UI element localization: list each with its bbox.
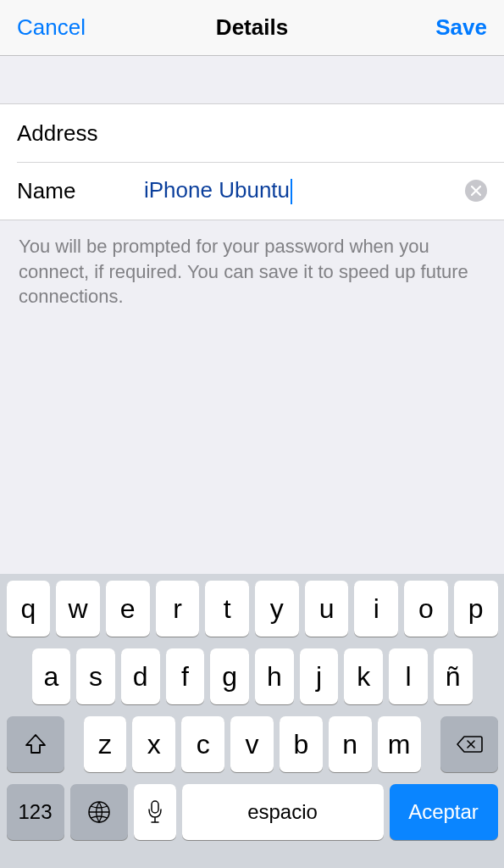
key-g[interactable]: g (210, 648, 249, 704)
section-spacer (0, 56, 504, 103)
shift-icon (24, 732, 47, 756)
key-i[interactable]: i (354, 581, 398, 637)
key-v[interactable]: v (230, 716, 274, 772)
accept-key[interactable]: Aceptar (390, 784, 498, 840)
key-s[interactable]: s (76, 648, 115, 704)
globe-icon (86, 799, 112, 825)
backspace-key[interactable] (440, 716, 498, 772)
key-e[interactable]: e (106, 581, 150, 637)
key-y[interactable]: y (255, 581, 299, 637)
key-p[interactable]: p (454, 581, 498, 637)
backspace-icon (456, 734, 483, 754)
key-j[interactable]: j (300, 648, 339, 704)
key-n[interactable]: n (329, 716, 372, 772)
key-enye[interactable]: ñ (434, 648, 473, 704)
save-button[interactable]: Save (435, 14, 487, 41)
key-x[interactable]: x (132, 716, 175, 772)
dictation-key[interactable] (134, 784, 176, 840)
key-h[interactable]: h (255, 648, 294, 704)
key-z[interactable]: z (84, 716, 127, 772)
key-k[interactable]: k (344, 648, 383, 704)
form-block: Address Name iPhone Ubuntu (0, 103, 504, 220)
key-o[interactable]: o (404, 581, 448, 637)
keyboard: q w e r t y u i o p a s d f g h j k l ñ … (0, 574, 504, 868)
key-t[interactable]: t (205, 581, 249, 637)
space-key[interactable]: espacio (182, 784, 384, 840)
keyboard-row-1: q w e r t y u i o p (3, 581, 501, 637)
key-w[interactable]: w (56, 581, 100, 637)
helper-text: You will be prompted for your password w… (0, 220, 504, 323)
key-r[interactable]: r (156, 581, 200, 637)
key-u[interactable]: u (305, 581, 349, 637)
key-f[interactable]: f (166, 648, 205, 704)
name-row[interactable]: Name iPhone Ubuntu (0, 162, 504, 220)
address-row[interactable]: Address (0, 104, 504, 162)
close-icon (471, 186, 481, 196)
name-label: Name (17, 178, 144, 204)
svg-rect-1 (152, 801, 158, 813)
key-a[interactable]: a (32, 648, 71, 704)
keyboard-row-bottom: 123 espacio Aceptar (3, 784, 501, 840)
name-field[interactable]: iPhone Ubuntu (144, 177, 465, 204)
keyboard-row-2: a s d f g h j k l ñ (3, 648, 501, 704)
key-m[interactable]: m (378, 716, 421, 772)
key-d[interactable]: d (121, 648, 160, 704)
cancel-button[interactable]: Cancel (17, 14, 86, 41)
page-title: Details (216, 14, 288, 41)
key-c[interactable]: c (181, 716, 224, 772)
shift-key[interactable] (7, 716, 64, 772)
nav-bar: Cancel Details Save (0, 0, 504, 56)
key-l[interactable]: l (389, 648, 428, 704)
address-label: Address (17, 120, 144, 147)
microphone-icon (147, 799, 163, 825)
name-value: iPhone Ubuntu (144, 177, 290, 203)
clear-text-button[interactable] (465, 180, 487, 202)
numbers-key[interactable]: 123 (7, 784, 64, 840)
text-cursor (291, 179, 292, 204)
keyboard-row-3: z x c v b n m (3, 716, 501, 772)
key-b[interactable]: b (280, 716, 323, 772)
key-q[interactable]: q (7, 581, 51, 637)
globe-key[interactable] (70, 784, 128, 840)
